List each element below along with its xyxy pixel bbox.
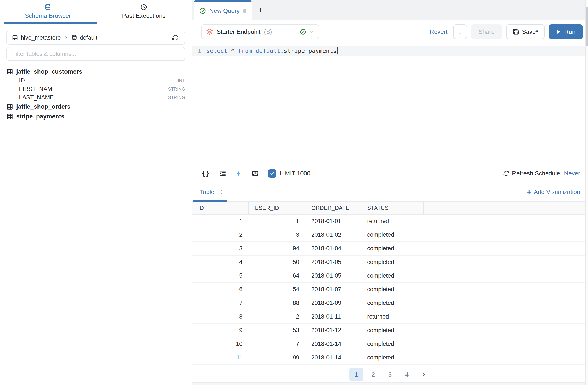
table-row: 5642018-01-05completed (192, 269, 588, 283)
table-cell: 2018-01-04 (305, 245, 361, 252)
schema-table-name: stripe_payments (16, 113, 64, 120)
column-header[interactable]: USER_ID (249, 202, 305, 214)
schema-table-name: jaffle_shop_orders (16, 103, 71, 110)
table-cell: 1 (249, 218, 305, 225)
page-button[interactable]: 1 (349, 368, 363, 381)
run-button[interactable]: Run (549, 24, 583, 39)
schema-column-item[interactable]: IDINT (6, 76, 185, 85)
table-cell: completed (361, 286, 424, 293)
table-cell: completed (361, 300, 424, 306)
table-cell: completed (361, 272, 424, 279)
table-cell: 2 (249, 313, 305, 320)
schema-column-item[interactable]: FIRST_NAMESTRING (6, 85, 185, 93)
refresh-schedule-icon (503, 171, 509, 176)
table-cell: 1 (192, 218, 249, 225)
format-braces-icon[interactable]: {} (202, 169, 210, 178)
share-button[interactable]: Share (471, 24, 502, 39)
breadcrumb-catalog[interactable]: hive_metastore (21, 34, 61, 41)
table-cell: returned (361, 218, 424, 225)
table-tab-kebab-icon[interactable] (219, 190, 224, 195)
column-header[interactable]: STATUS (361, 202, 424, 214)
next-page-button[interactable] (417, 368, 431, 381)
sql-workbench-app: Schema Browser Past Executions hive_meta… (0, 0, 588, 385)
table-cell: 2018-01-09 (305, 300, 361, 306)
table-row: 3942018-01-04completed (192, 242, 588, 256)
query-tab-new-query[interactable]: New Query (194, 0, 252, 20)
endpoint-select[interactable]: Starter Endpoint (S) (201, 24, 319, 39)
endpoint-name: Starter Endpoint (217, 28, 260, 35)
table-cell: 9 (192, 327, 249, 334)
page-button[interactable]: 3 (383, 368, 397, 381)
results-header: Table + Add Visualization (192, 183, 588, 202)
save-button[interactable]: Save* (506, 24, 545, 39)
column-header[interactable]: ORDER_DATE (305, 202, 361, 214)
table-cell: 54 (249, 286, 305, 293)
text-caret (337, 47, 337, 54)
refresh-schedule-value[interactable]: Never (564, 170, 580, 177)
table-cell: completed (361, 259, 424, 265)
tab-schema-browser[interactable]: Schema Browser (0, 0, 96, 23)
table-cell: 4 (192, 259, 249, 265)
bolt-icon[interactable] (235, 170, 242, 177)
sql-token: stripe_payments (284, 47, 337, 54)
run-button-label: Run (564, 28, 575, 35)
editor-active-line: 1 select * from default.stripe_payments (192, 46, 588, 56)
keyboard-icon[interactable] (251, 170, 259, 177)
results-table-header: IDUSER_IDORDER_DATESTATUS (192, 202, 588, 214)
table-row: 232018-01-02completed (192, 228, 588, 242)
sql-token: default (256, 47, 280, 54)
sql-editor[interactable]: 1 select * from default.stripe_payments (192, 43, 588, 164)
breadcrumb-schema[interactable]: default (80, 34, 97, 41)
save-button-label: Save* (522, 28, 538, 35)
results-tab-label: Table (200, 189, 214, 195)
query-tab-label: New Query (209, 7, 240, 14)
add-visualization-button[interactable]: + Add Visualization (527, 188, 580, 196)
database-icon (44, 4, 51, 11)
sidebar-tabs: Schema Browser Past Executions (0, 0, 192, 23)
column-header[interactable]: ID (192, 202, 249, 214)
main-panel: New Query + Starter Endpoint (S) (192, 0, 588, 385)
scrollbar-thumb[interactable] (586, 7, 588, 46)
column-header-filler (424, 202, 588, 214)
schema-table-item[interactable]: jaffle_shop_orders (6, 102, 185, 111)
refresh-schedule-label: Refresh Schedule (512, 170, 560, 177)
filter-input[interactable] (6, 47, 185, 61)
schema-column-item[interactable]: LAST_NAMESTRING (6, 93, 185, 102)
table-cell: 8 (192, 313, 249, 320)
refresh-schema-button[interactable] (166, 31, 185, 44)
schema-column-name: ID (19, 77, 25, 84)
kebab-icon (457, 29, 463, 35)
line-number: 1 (192, 47, 206, 54)
results-tab-table[interactable]: Table (192, 183, 231, 201)
schema-table-name: jaffle_shop_customers (16, 68, 82, 75)
schema-table-item[interactable]: jaffle_shop_customers (6, 67, 185, 76)
table-row: 6542018-01-07completed (192, 283, 588, 297)
window-scrollbar[interactable] (585, 0, 588, 385)
indent-icon[interactable] (219, 170, 227, 177)
limit-checkbox[interactable] (268, 169, 276, 178)
endpoint-check-circle-icon (300, 29, 306, 35)
active-tab-underline (4, 22, 97, 24)
schema-table-item[interactable]: stripe_payments (6, 111, 185, 121)
table-cell: completed (361, 354, 424, 361)
sql-token: . (280, 47, 284, 54)
page-button[interactable]: 2 (366, 368, 380, 381)
page-button[interactable]: 4 (400, 368, 414, 381)
table-cell: 2018-01-07 (305, 286, 361, 293)
bottom-strip (192, 382, 588, 385)
table-row: 9532018-01-12completed (192, 324, 588, 337)
pagination: 1234 (192, 368, 588, 381)
table-cell: 50 (249, 259, 305, 265)
results-table: IDUSER_IDORDER_DATESTATUS 112018-01-01re… (192, 202, 588, 365)
more-actions-button[interactable] (453, 24, 467, 39)
add-tab-button[interactable]: + (252, 0, 270, 20)
table-cell: 2018-01-05 (305, 272, 361, 279)
tab-past-executions-label: Past Executions (122, 12, 165, 19)
table-icon (6, 68, 13, 75)
table-cell: 3 (249, 232, 305, 238)
table-cell: 2018-01-02 (305, 232, 361, 238)
table-cell: 2018-01-14 (305, 354, 361, 361)
tab-past-executions[interactable]: Past Executions (96, 0, 192, 23)
breadcrumb[interactable]: hive_metastore default (7, 31, 166, 44)
revert-button[interactable]: Revert (430, 28, 447, 35)
